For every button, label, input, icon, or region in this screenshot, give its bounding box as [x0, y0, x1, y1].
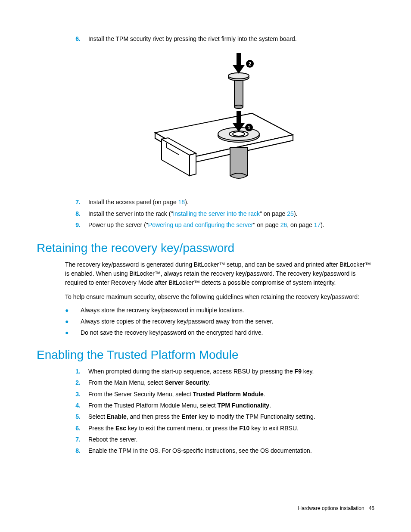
list-text: When prompted during the start-up sequen… — [88, 367, 374, 376]
svg-rect-16 — [234, 78, 243, 107]
list-number: 8. — [65, 209, 88, 218]
list-text: From the Trusted Platform Module Menu, s… — [88, 401, 374, 410]
list-number: 5. — [65, 412, 88, 421]
cross-ref-link[interactable]: Powering up and configuring the server — [148, 221, 253, 228]
bullet-text: Do not save the recovery key/password on… — [81, 329, 263, 336]
list-text: Install the TPM security rivet by pressi… — [88, 34, 374, 43]
svg-text:2: 2 — [249, 61, 251, 66]
page-link[interactable]: 18 — [178, 199, 185, 205]
bullet-icon: ● — [65, 307, 81, 314]
page-link[interactable]: 25 — [287, 210, 294, 217]
list-text: Press the Esc key to exit the current me… — [88, 424, 374, 432]
list-number: 4. — [65, 401, 88, 410]
list-text: Install the access panel (on page 18). — [88, 198, 374, 206]
list-number: 7. — [65, 198, 88, 206]
list-text: Power up the server ("Powering up and co… — [88, 221, 374, 229]
tpm-diagram-svg: 1 2 — [138, 51, 302, 189]
heading-enabling: Enabling the Trusted Platform Module — [37, 348, 374, 362]
footer-section: Hardware options installation — [298, 505, 364, 511]
list-text: Install the server into the rack ("Insta… — [88, 209, 374, 218]
bullet-item: ● Always store the recovery key/password… — [37, 307, 374, 314]
svg-text:1: 1 — [248, 125, 250, 130]
bullet-icon: ● — [65, 318, 81, 325]
bullet-item: ● Always store copies of the recovery ke… — [37, 318, 374, 325]
list-item: 7. Install the access panel (on page 18)… — [65, 198, 374, 206]
svg-rect-12 — [237, 111, 241, 124]
tpm-rivet-figure: 1 2 — [37, 51, 374, 190]
list-item: 8. Install the server into the rack ("In… — [65, 209, 374, 218]
list-item: 8. Enable the TPM in the OS. For OS-spec… — [65, 446, 374, 455]
list-text: From the Main Menu, select Server Securi… — [88, 378, 374, 387]
list-item: 5. Select Enable, and then press the Ent… — [65, 412, 374, 421]
heading-retaining: Retaining the recovery key/password — [37, 241, 374, 255]
svg-point-18 — [228, 73, 249, 79]
list-item: 6. Install the TPM security rivet by pre… — [65, 34, 374, 43]
footer-page-number: 46 — [369, 505, 374, 511]
paragraph: To help ensure maximum security, observe… — [37, 292, 374, 302]
list-item: 4. From the Trusted Platform Module Menu… — [65, 401, 374, 410]
list-number: 3. — [65, 390, 88, 398]
list-number: 6. — [65, 34, 88, 43]
list-item: 9. Power up the server ("Powering up and… — [65, 221, 374, 229]
svg-point-11 — [233, 132, 245, 136]
list-item: 3. From the Server Security Menu, select… — [65, 390, 374, 398]
list-item: 6. Press the Esc key to exit the current… — [65, 424, 374, 432]
svg-marker-5 — [190, 153, 196, 176]
list-number: 7. — [65, 435, 88, 444]
document-page: 6. Install the TPM security rivet by pre… — [0, 0, 411, 532]
bullet-icon: ● — [65, 329, 81, 336]
list-number: 1. — [65, 367, 88, 376]
page-footer: Hardware options installation 46 — [298, 505, 374, 511]
list-text: Enable the TPM in the OS. For OS-specifi… — [88, 446, 374, 455]
list-number: 8. — [65, 446, 88, 455]
page-link[interactable]: 26 — [280, 221, 287, 228]
list-number: 6. — [65, 424, 88, 432]
list-text: Select Enable, and then press the Enter … — [88, 412, 374, 421]
paragraph: The recovery key/password is generated d… — [37, 260, 374, 287]
list-number: 9. — [65, 221, 88, 229]
bullet-text: Always store copies of the recovery key/… — [81, 318, 273, 325]
bullet-text: Always store the recovery key/password i… — [81, 307, 244, 314]
list-number: 2. — [65, 378, 88, 387]
svg-marker-21 — [233, 65, 245, 74]
list-item: 2. From the Main Menu, select Server Sec… — [65, 378, 374, 387]
list-text: From the Server Security Menu, select Tr… — [88, 390, 374, 398]
list-item: 1. When prompted during the start-up seq… — [65, 367, 374, 376]
svg-point-19 — [234, 105, 243, 109]
page-link[interactable]: 17 — [314, 221, 321, 228]
svg-rect-20 — [237, 53, 241, 66]
list-item: 7. Reboot the server. — [65, 435, 374, 444]
cross-ref-link[interactable]: Installing the server into the rack — [173, 210, 260, 217]
bullet-item: ● Do not save the recovery key/password … — [37, 329, 374, 336]
list-text: Reboot the server. — [88, 435, 374, 444]
